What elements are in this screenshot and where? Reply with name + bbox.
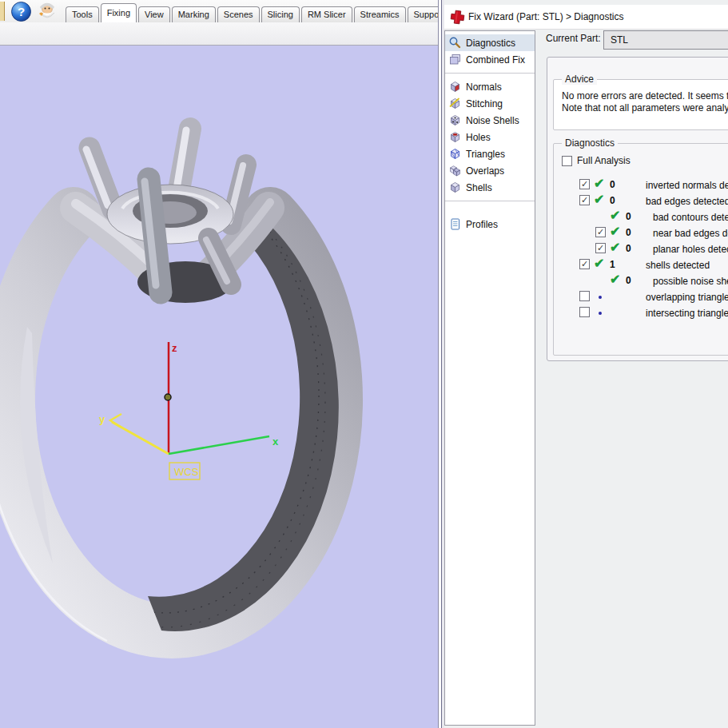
diagnostics-group-label: Diagnostics [562,137,618,149]
not-analysed-dot-icon [599,296,602,299]
diagnostic-row-intersecting-triangles: intersecting triangles detected [554,306,728,320]
row-checkbox[interactable] [579,291,590,301]
row-checkbox[interactable] [579,307,590,317]
nav-item-noise-shells[interactable]: Noise Shells [445,112,535,129]
advice-text-line: No more errors are detected. It seems th… [562,90,728,101]
row-count: 1 [610,259,615,270]
normals-cube-icon [448,80,462,93]
row-checkbox[interactable]: ✓ [595,243,606,253]
noise-shells-dice-icon [448,113,462,127]
overlaps-cubes-icon [448,164,462,177]
fix-wizard-nav: Diagnostics Combined Fix Normals [444,30,535,726]
nav-item-normals[interactable]: Normals [445,78,535,95]
x-axis [169,436,269,454]
diagnostic-row-overlapping-triangles: overlapping triangles detected [554,290,728,304]
nav-separator [445,73,535,74]
diagnostics-group: Diagnostics Full Analysis ✓ ✔ 0 inverted… [553,143,728,356]
triangles-wireframe-icon [448,147,462,161]
wizard-icon[interactable] [37,1,58,22]
row-label: planar holes detected [653,244,728,255]
tab-view[interactable]: View [138,6,170,22]
diagnostic-row-near-bad-edges: ✓ ✔ 0 near bad edges detected [554,226,728,241]
row-label: near bad edges detected [653,228,728,239]
ok-check-icon: ✔ [610,224,620,239]
advice-text-line: Note that not all parameters were analys… [562,102,728,113]
fix-wizard-titlebar: Fix Wizard (Part: STL) > Diagnostics [444,5,728,30]
diagnostic-row-shells: ✓ ✔ 1 shells detected [554,258,728,273]
wcs-axis-widget: z y x WCS [99,342,279,479]
3d-viewport[interactable]: z y x WCS [0,46,438,728]
wcs-label: WCS [174,466,199,478]
ok-check-icon: ✔ [594,256,604,271]
viewport-scene: z y x WCS [0,46,438,728]
nav-item-profiles[interactable]: Profiles [445,216,535,233]
nav-item-combined-fix[interactable]: Combined Fix [445,51,535,68]
row-label: shells detected [646,260,710,271]
axis-origin-marker [165,394,171,400]
combined-fix-icon [448,53,462,66]
diagnostic-row-noise-shells: ✔ 0 possible noise shells [554,274,728,288]
z-axis-label: z [172,342,177,354]
fix-wizard-cross-icon [450,10,465,25]
ribbon-tab-bar: Tools Fixing View Marking Scenes Slicing… [66,3,497,22]
row-checkbox[interactable]: ✓ [579,259,590,269]
nav-item-shells[interactable]: Shells [445,179,535,196]
application-window: { "toolbar": { "tabs": ["Tools", "Fixing… [0,0,728,728]
tab-fixing[interactable]: Fixing [101,3,137,22]
advice-group: Advice No more errors are detected. It s… [553,79,728,130]
ok-check-icon: ✔ [594,192,604,207]
diagnostic-row-planar-holes: ✓ ✔ 0 planar holes detected [554,242,728,257]
x-axis-label: x [273,436,279,448]
not-analysed-dot-icon [599,312,602,315]
row-count: 0 [626,227,631,238]
advice-group-label: Advice [562,74,597,85]
fix-wizard-title: Fix Wizard (Part: STL) > Diagnostics [468,5,623,29]
row-count: 0 [626,243,631,254]
holes-cube-icon [448,130,462,144]
main-toolbar: ? Tools Fixing View Marking Scenes Slici… [0,0,438,23]
full-analysis-label: Full Analysis [577,155,631,166]
viewport-panel-divider[interactable] [438,0,444,728]
row-label: intersecting triangles detected [646,308,728,319]
y-axis-label: y [99,413,105,425]
row-count: 0 [626,275,631,286]
tab-streamics[interactable]: Streamics [354,6,406,22]
row-checkbox[interactable]: ✓ [595,227,606,237]
tab-marking[interactable]: Marking [172,6,216,22]
current-part-label: Current Part: [546,33,601,44]
ok-check-icon: ✔ [610,272,620,287]
ribbon-strip-empty [0,22,438,46]
tab-rm-slicer[interactable]: RM Slicer [301,6,352,22]
ok-check-icon: ✔ [610,208,620,223]
profiles-document-icon [448,217,462,231]
nav-item-triangles[interactable]: Triangles [445,145,535,162]
fix-wizard-panel: Fix Wizard (Part: STL) > Diagnostics Dia… [444,0,728,728]
magnifier-icon [448,36,462,50]
row-label: inverted normals detected [646,180,728,191]
wizard-page-container: Advice No more errors are detected. It s… [547,57,728,361]
row-checkbox[interactable]: ✓ [579,179,590,189]
diagnostic-row-bad-edges: ✓ ✔ 0 bad edges detected [554,194,728,209]
tab-scenes[interactable]: Scenes [217,6,260,22]
nav-item-diagnostics[interactable]: Diagnostics [445,34,535,51]
stitching-cube-icon [448,97,462,110]
nav-item-stitching[interactable]: Stitching [445,95,535,112]
nav-item-holes[interactable]: Holes [445,129,535,145]
row-count: 0 [610,195,615,206]
ok-check-icon: ✔ [594,176,604,191]
current-part-field[interactable]: STL [603,30,728,50]
row-checkbox[interactable]: ✓ [579,195,590,205]
tab-tools[interactable]: Tools [66,6,99,22]
row-count: 0 [626,211,631,222]
shells-cube-icon [448,181,462,194]
full-analysis-checkbox[interactable] [562,156,572,166]
diagnostic-row-bad-contours: ✔ 0 bad contours detected [554,210,728,225]
row-label: possible noise shells [653,276,728,287]
row-label: overlapping triangles detected [646,292,728,303]
tab-slicing[interactable]: Slicing [261,6,300,22]
diagnostic-row-inverted-normals: ✓ ✔ 0 inverted normals detected [554,178,728,193]
ok-check-icon: ✔ [610,240,620,255]
help-icon[interactable]: ? [10,1,32,22]
nav-separator [445,201,535,201]
nav-item-overlaps[interactable]: Overlaps [445,162,535,179]
